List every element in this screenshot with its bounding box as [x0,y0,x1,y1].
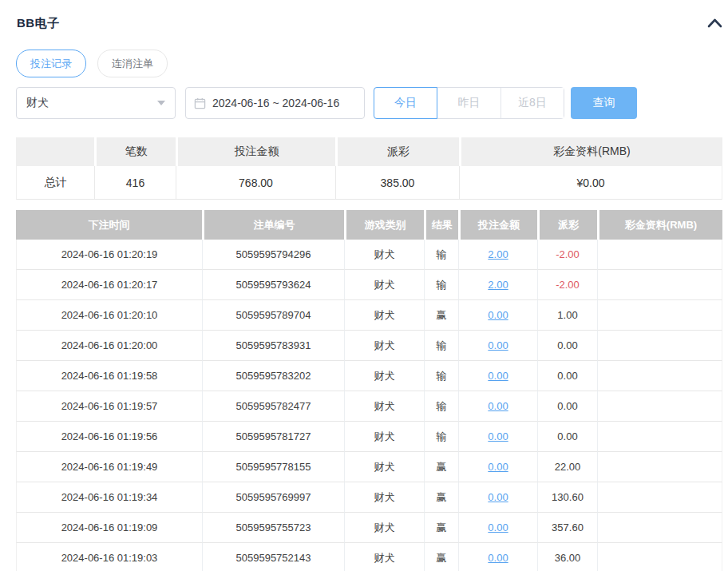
table-row: 2024-06-16 01:20:105059595789704财犬赢0.001… [16,300,722,331]
cell-bonus [597,331,722,361]
date-range-value: 2024-06-16 ~ 2024-06-16 [212,97,339,109]
cell-game-type: 财犬 [344,513,424,543]
cell-order-id: 5059595781727 [202,422,344,452]
cell-game-type: 财犬 [344,270,424,300]
cell-order-id: 5059595783202 [202,361,344,391]
game-select[interactable]: 财犬 [16,87,176,119]
cell-bet-amount: 0.00 [458,331,537,361]
cell-bet-time: 2024-06-16 01:20:19 [16,240,202,270]
records-col-bonus: 彩金资料(RMB) [597,210,722,240]
cell-payout: 22.00 [537,452,597,482]
cell-bet-amount-link[interactable]: 0.00 [488,309,508,321]
cell-game-type: 财犬 [344,240,424,270]
summary-total-count: 416 [94,166,176,200]
cell-bonus [597,300,722,331]
cell-order-id: 5059595752143 [202,543,344,571]
cell-bet-amount-link[interactable]: 0.00 [488,552,508,564]
cell-bet-amount: 0.00 [458,452,537,482]
search-button[interactable]: 查询 [571,87,637,119]
records-col-order-id: 注单编号 [202,210,344,240]
table-row: 2024-06-16 01:19:495059595778155财犬赢0.002… [16,452,722,482]
cell-result: 输 [424,240,458,270]
cell-bet-time: 2024-06-16 01:19:56 [16,422,202,452]
cell-bet-time: 2024-06-16 01:20:17 [16,270,202,300]
date-range-picker[interactable]: 2024-06-16 ~ 2024-06-16 [185,87,365,119]
cell-payout: 0.00 [537,361,597,391]
cell-order-id: 5059595794296 [202,240,344,270]
cell-bonus [597,513,722,543]
cell-payout: 36.00 [537,543,597,571]
cell-order-id: 5059595782477 [202,391,344,422]
summary-total-bet-amount: 768.00 [176,166,335,200]
quick-range-8days-button[interactable]: 近8日 [500,88,564,118]
cell-bet-amount-link[interactable]: 2.00 [488,248,508,260]
cell-game-type: 财犬 [344,452,424,482]
filter-bar: 财犬 2024-06-16 ~ 2024-06-16 今日 昨日 近8日 查询 [16,87,728,119]
cell-bet-amount: 0.00 [458,300,537,331]
records-col-bet-time: 下注时间 [16,210,202,240]
summary-col-bet-amount: 投注金额 [176,137,335,166]
chevron-up-icon [706,17,723,31]
cell-result: 输 [424,270,458,300]
tab-cancelled-orders[interactable]: 连消注单 [97,50,168,77]
summary-col-count: 笔数 [94,137,176,166]
cell-bet-time: 2024-06-16 01:19:03 [16,543,202,571]
cell-order-id: 5059595789704 [202,300,344,331]
cell-bet-time: 2024-06-16 01:19:57 [16,391,202,422]
cell-bonus [597,270,722,300]
cell-order-id: 5059595755723 [202,513,344,543]
summary-col-payout: 派彩 [335,137,459,166]
quick-range-yesterday-button[interactable]: 昨日 [437,88,500,118]
summary-total-label: 总计 [16,166,94,200]
cell-bonus [597,452,722,482]
collapse-panel-button[interactable] [706,17,723,31]
cell-bet-amount-link[interactable]: 0.00 [488,461,508,473]
cell-payout: 0.00 [537,331,597,361]
cell-bet-amount: 0.00 [458,361,537,391]
cell-bet-amount-link[interactable]: 0.00 [488,400,508,412]
cell-order-id: 5059595778155 [202,452,344,482]
cell-payout: 357.60 [537,513,597,543]
cell-game-type: 财犬 [344,482,424,513]
cell-game-type: 财犬 [344,331,424,361]
cell-result: 输 [424,422,458,452]
records-col-bet-amount: 投注金额 [458,210,537,240]
cell-result: 赢 [424,452,458,482]
cell-bet-time: 2024-06-16 01:20:00 [16,331,202,361]
records-col-game-type: 游戏类别 [344,210,424,240]
cell-bonus [597,422,722,452]
cell-bet-amount-link[interactable]: 0.00 [488,430,508,442]
cell-bet-amount-link[interactable]: 0.00 [488,521,508,533]
summary-table: 笔数 投注金额 派彩 彩金资料(RMB) 总计 416 768.00 385.0… [16,137,722,200]
cell-bet-amount-link[interactable]: 0.00 [488,370,508,382]
cell-game-type: 财犬 [344,361,424,391]
records-header-row: 下注时间 注单编号 游戏类别 结果 投注金额 派彩 彩金资料(RMB) [16,210,722,240]
tab-bet-records[interactable]: 投注记录 [16,50,86,77]
table-row: 2024-06-16 01:20:005059595783931财犬输0.000… [16,331,722,361]
cell-order-id: 5059595769997 [202,482,344,513]
cell-bet-time: 2024-06-16 01:19:34 [16,482,202,513]
cell-payout: 1.00 [537,300,597,331]
summary-col-bonus: 彩金资料(RMB) [459,137,722,166]
cell-payout: -2.00 [537,240,597,270]
summary-header-row: 笔数 投注金额 派彩 彩金资料(RMB) [16,137,722,166]
summary-total-row: 总计 416 768.00 385.00 ¥0.00 [16,166,722,200]
cell-bet-amount: 2.00 [458,240,537,270]
cell-game-type: 财犬 [344,422,424,452]
cell-result: 赢 [424,543,458,571]
quick-range-today-button[interactable]: 今日 [374,87,437,119]
cell-result: 赢 [424,300,458,331]
cell-result: 输 [424,391,458,422]
cell-game-type: 财犬 [344,300,424,331]
cell-payout: 0.00 [537,422,597,452]
cell-bet-time: 2024-06-16 01:20:10 [16,300,202,331]
cell-bet-amount-link[interactable]: 0.00 [488,491,508,503]
cell-order-id: 5059595793624 [202,270,344,300]
bet-records-panel: BB电子 投注记录 连消注单 财犬 [0,0,728,571]
cell-bet-time: 2024-06-16 01:19:49 [16,452,202,482]
page-title: BB电子 [17,16,60,31]
cell-bet-amount-link[interactable]: 0.00 [488,339,508,351]
table-row: 2024-06-16 01:19:575059595782477财犬输0.000… [16,391,722,422]
cell-bet-amount-link[interactable]: 2.00 [488,279,508,291]
calendar-icon [194,97,206,109]
